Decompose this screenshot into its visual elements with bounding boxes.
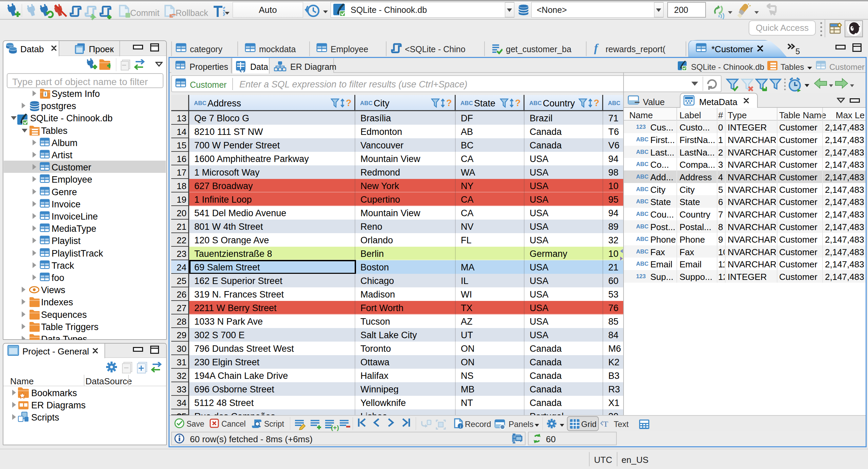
svg-text:ABC: ABC xyxy=(636,174,648,180)
svg-text:ABC: ABC xyxy=(360,100,372,106)
svg-text:(+): (+) xyxy=(331,424,339,431)
svg-text:5: 5 xyxy=(795,47,800,56)
svg-text:ABC: ABC xyxy=(636,261,648,267)
svg-text:ABC: ABC xyxy=(636,223,648,229)
svg-text:ABC: ABC xyxy=(194,100,206,106)
svg-text:ABC: ABC xyxy=(608,100,620,106)
svg-text:123: 123 xyxy=(636,124,646,130)
svg-text:ABC: ABC xyxy=(636,149,648,155)
svg-text:f: f xyxy=(594,43,599,54)
svg-text:123: 123 xyxy=(636,273,646,279)
svg-text:ABC: ABC xyxy=(529,100,541,106)
svg-text:i: i xyxy=(460,424,461,429)
svg-text:ABC: ABC xyxy=(636,211,648,217)
svg-text:T: T xyxy=(603,420,608,428)
svg-text:ABC: ABC xyxy=(636,136,648,142)
svg-text:ABC: ABC xyxy=(636,248,648,254)
svg-text:i: i xyxy=(44,91,46,97)
svg-text:ABC: ABC xyxy=(460,100,473,106)
svg-text:ABC: ABC xyxy=(636,236,648,242)
svg-text:ABC: ABC xyxy=(636,161,648,167)
svg-text:ABC: ABC xyxy=(636,186,648,192)
svg-text:ABC: ABC xyxy=(636,198,648,204)
